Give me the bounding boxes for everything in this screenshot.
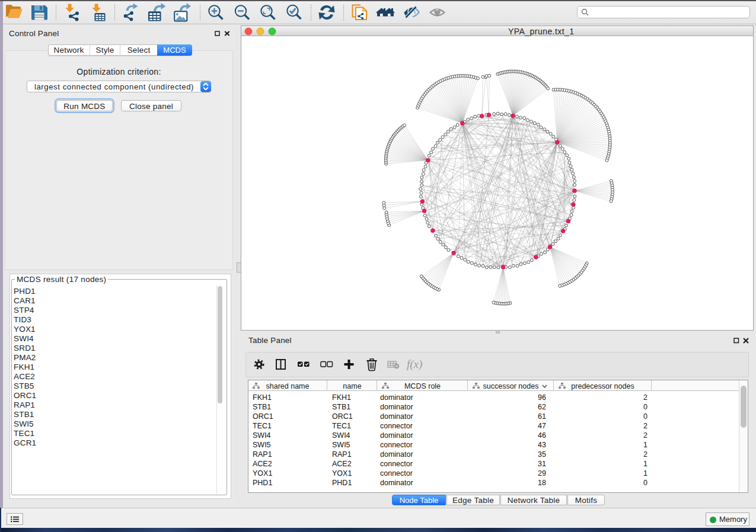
svg-text:f(x): f(x) — [407, 358, 422, 371]
